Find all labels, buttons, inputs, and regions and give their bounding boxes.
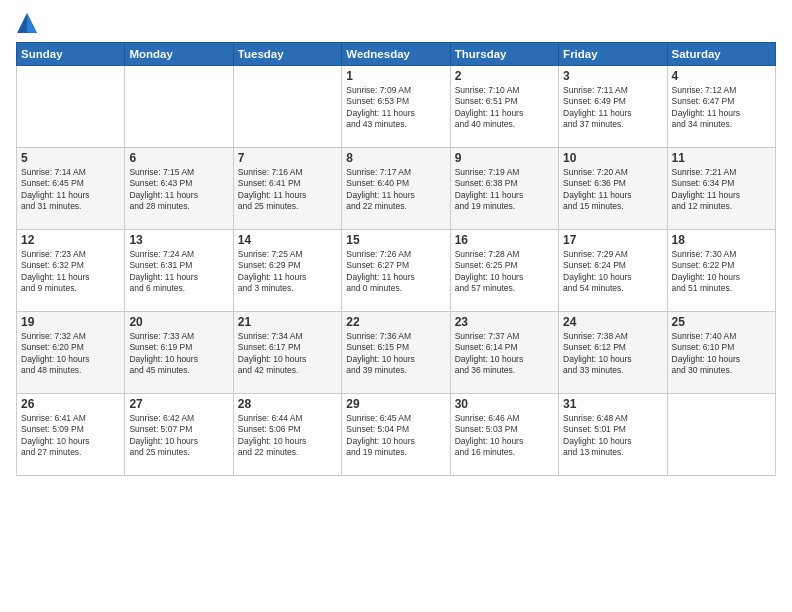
day-number: 11	[672, 151, 771, 165]
calendar-week-row: 26Sunrise: 6:41 AM Sunset: 5:09 PM Dayli…	[17, 394, 776, 476]
calendar-table: SundayMondayTuesdayWednesdayThursdayFrid…	[16, 42, 776, 476]
day-info: Sunrise: 7:17 AM Sunset: 6:40 PM Dayligh…	[346, 167, 445, 213]
calendar-day-2: 2Sunrise: 7:10 AM Sunset: 6:51 PM Daylig…	[450, 66, 558, 148]
day-info: Sunrise: 6:44 AM Sunset: 5:06 PM Dayligh…	[238, 413, 337, 459]
calendar-day-21: 21Sunrise: 7:34 AM Sunset: 6:17 PM Dayli…	[233, 312, 341, 394]
day-number: 10	[563, 151, 662, 165]
day-info: Sunrise: 7:25 AM Sunset: 6:29 PM Dayligh…	[238, 249, 337, 295]
day-info: Sunrise: 7:14 AM Sunset: 6:45 PM Dayligh…	[21, 167, 120, 213]
day-number: 19	[21, 315, 120, 329]
calendar-day-26: 26Sunrise: 6:41 AM Sunset: 5:09 PM Dayli…	[17, 394, 125, 476]
calendar-day-12: 12Sunrise: 7:23 AM Sunset: 6:32 PM Dayli…	[17, 230, 125, 312]
logo	[16, 12, 42, 34]
calendar-day-22: 22Sunrise: 7:36 AM Sunset: 6:15 PM Dayli…	[342, 312, 450, 394]
weekday-header-wednesday: Wednesday	[342, 43, 450, 66]
calendar-day-20: 20Sunrise: 7:33 AM Sunset: 6:19 PM Dayli…	[125, 312, 233, 394]
weekday-header-thursday: Thursday	[450, 43, 558, 66]
calendar-day-7: 7Sunrise: 7:16 AM Sunset: 6:41 PM Daylig…	[233, 148, 341, 230]
day-number: 27	[129, 397, 228, 411]
calendar-day-27: 27Sunrise: 6:42 AM Sunset: 5:07 PM Dayli…	[125, 394, 233, 476]
calendar-day-16: 16Sunrise: 7:28 AM Sunset: 6:25 PM Dayli…	[450, 230, 558, 312]
calendar-day-14: 14Sunrise: 7:25 AM Sunset: 6:29 PM Dayli…	[233, 230, 341, 312]
calendar-day-18: 18Sunrise: 7:30 AM Sunset: 6:22 PM Dayli…	[667, 230, 775, 312]
calendar-day-4: 4Sunrise: 7:12 AM Sunset: 6:47 PM Daylig…	[667, 66, 775, 148]
day-number: 8	[346, 151, 445, 165]
calendar-day-10: 10Sunrise: 7:20 AM Sunset: 6:36 PM Dayli…	[559, 148, 667, 230]
calendar-day-19: 19Sunrise: 7:32 AM Sunset: 6:20 PM Dayli…	[17, 312, 125, 394]
calendar-week-row: 19Sunrise: 7:32 AM Sunset: 6:20 PM Dayli…	[17, 312, 776, 394]
day-number: 21	[238, 315, 337, 329]
calendar-day-24: 24Sunrise: 7:38 AM Sunset: 6:12 PM Dayli…	[559, 312, 667, 394]
weekday-header-saturday: Saturday	[667, 43, 775, 66]
day-info: Sunrise: 7:26 AM Sunset: 6:27 PM Dayligh…	[346, 249, 445, 295]
calendar-day-28: 28Sunrise: 6:44 AM Sunset: 5:06 PM Dayli…	[233, 394, 341, 476]
day-info: Sunrise: 7:12 AM Sunset: 6:47 PM Dayligh…	[672, 85, 771, 131]
day-number: 7	[238, 151, 337, 165]
day-info: Sunrise: 7:09 AM Sunset: 6:53 PM Dayligh…	[346, 85, 445, 131]
day-number: 30	[455, 397, 554, 411]
day-info: Sunrise: 6:45 AM Sunset: 5:04 PM Dayligh…	[346, 413, 445, 459]
day-info: Sunrise: 7:19 AM Sunset: 6:38 PM Dayligh…	[455, 167, 554, 213]
calendar-day-1: 1Sunrise: 7:09 AM Sunset: 6:53 PM Daylig…	[342, 66, 450, 148]
calendar-day-8: 8Sunrise: 7:17 AM Sunset: 6:40 PM Daylig…	[342, 148, 450, 230]
day-number: 18	[672, 233, 771, 247]
day-number: 6	[129, 151, 228, 165]
weekday-header-sunday: Sunday	[17, 43, 125, 66]
day-info: Sunrise: 6:42 AM Sunset: 5:07 PM Dayligh…	[129, 413, 228, 459]
day-number: 15	[346, 233, 445, 247]
day-info: Sunrise: 7:28 AM Sunset: 6:25 PM Dayligh…	[455, 249, 554, 295]
day-number: 13	[129, 233, 228, 247]
day-info: Sunrise: 7:16 AM Sunset: 6:41 PM Dayligh…	[238, 167, 337, 213]
calendar-day-6: 6Sunrise: 7:15 AM Sunset: 6:43 PM Daylig…	[125, 148, 233, 230]
calendar-day-31: 31Sunrise: 6:48 AM Sunset: 5:01 PM Dayli…	[559, 394, 667, 476]
empty-day-cell	[125, 66, 233, 148]
page: SundayMondayTuesdayWednesdayThursdayFrid…	[0, 0, 792, 612]
calendar-week-row: 12Sunrise: 7:23 AM Sunset: 6:32 PM Dayli…	[17, 230, 776, 312]
calendar-day-15: 15Sunrise: 7:26 AM Sunset: 6:27 PM Dayli…	[342, 230, 450, 312]
day-number: 14	[238, 233, 337, 247]
day-info: Sunrise: 7:24 AM Sunset: 6:31 PM Dayligh…	[129, 249, 228, 295]
day-info: Sunrise: 7:21 AM Sunset: 6:34 PM Dayligh…	[672, 167, 771, 213]
calendar-day-9: 9Sunrise: 7:19 AM Sunset: 6:38 PM Daylig…	[450, 148, 558, 230]
calendar-week-row: 5Sunrise: 7:14 AM Sunset: 6:45 PM Daylig…	[17, 148, 776, 230]
calendar-day-23: 23Sunrise: 7:37 AM Sunset: 6:14 PM Dayli…	[450, 312, 558, 394]
day-info: Sunrise: 7:37 AM Sunset: 6:14 PM Dayligh…	[455, 331, 554, 377]
day-info: Sunrise: 6:41 AM Sunset: 5:09 PM Dayligh…	[21, 413, 120, 459]
calendar-week-row: 1Sunrise: 7:09 AM Sunset: 6:53 PM Daylig…	[17, 66, 776, 148]
day-info: Sunrise: 7:30 AM Sunset: 6:22 PM Dayligh…	[672, 249, 771, 295]
day-info: Sunrise: 7:38 AM Sunset: 6:12 PM Dayligh…	[563, 331, 662, 377]
day-info: Sunrise: 7:33 AM Sunset: 6:19 PM Dayligh…	[129, 331, 228, 377]
day-info: Sunrise: 6:48 AM Sunset: 5:01 PM Dayligh…	[563, 413, 662, 459]
svg-marker-1	[27, 13, 37, 33]
day-info: Sunrise: 7:20 AM Sunset: 6:36 PM Dayligh…	[563, 167, 662, 213]
day-number: 29	[346, 397, 445, 411]
day-info: Sunrise: 7:29 AM Sunset: 6:24 PM Dayligh…	[563, 249, 662, 295]
day-number: 17	[563, 233, 662, 247]
day-info: Sunrise: 7:15 AM Sunset: 6:43 PM Dayligh…	[129, 167, 228, 213]
weekday-header-monday: Monday	[125, 43, 233, 66]
empty-day-cell	[233, 66, 341, 148]
day-info: Sunrise: 7:34 AM Sunset: 6:17 PM Dayligh…	[238, 331, 337, 377]
day-number: 4	[672, 69, 771, 83]
day-info: Sunrise: 7:10 AM Sunset: 6:51 PM Dayligh…	[455, 85, 554, 131]
day-number: 1	[346, 69, 445, 83]
day-info: Sunrise: 7:32 AM Sunset: 6:20 PM Dayligh…	[21, 331, 120, 377]
day-number: 20	[129, 315, 228, 329]
day-number: 9	[455, 151, 554, 165]
day-number: 2	[455, 69, 554, 83]
calendar-day-13: 13Sunrise: 7:24 AM Sunset: 6:31 PM Dayli…	[125, 230, 233, 312]
calendar-day-25: 25Sunrise: 7:40 AM Sunset: 6:10 PM Dayli…	[667, 312, 775, 394]
empty-day-cell	[667, 394, 775, 476]
calendar-day-29: 29Sunrise: 6:45 AM Sunset: 5:04 PM Dayli…	[342, 394, 450, 476]
weekday-header-tuesday: Tuesday	[233, 43, 341, 66]
day-info: Sunrise: 6:46 AM Sunset: 5:03 PM Dayligh…	[455, 413, 554, 459]
day-number: 25	[672, 315, 771, 329]
day-number: 16	[455, 233, 554, 247]
header	[16, 12, 776, 34]
calendar-day-3: 3Sunrise: 7:11 AM Sunset: 6:49 PM Daylig…	[559, 66, 667, 148]
day-info: Sunrise: 7:40 AM Sunset: 6:10 PM Dayligh…	[672, 331, 771, 377]
weekday-header-friday: Friday	[559, 43, 667, 66]
calendar-day-30: 30Sunrise: 6:46 AM Sunset: 5:03 PM Dayli…	[450, 394, 558, 476]
calendar-day-11: 11Sunrise: 7:21 AM Sunset: 6:34 PM Dayli…	[667, 148, 775, 230]
day-number: 28	[238, 397, 337, 411]
